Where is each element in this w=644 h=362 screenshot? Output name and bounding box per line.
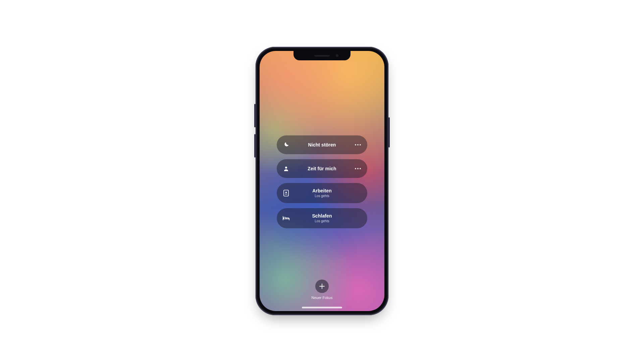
focus-item-personal[interactable]: Zeit für mich xyxy=(277,159,367,178)
front-camera xyxy=(336,54,338,57)
focus-item-sleep[interactable]: Schlafen Los gehts xyxy=(277,208,367,228)
svg-point-5 xyxy=(357,168,359,169)
phone-frame: Nicht stören Zeit für mich xyxy=(256,47,388,315)
phone-notch xyxy=(293,51,351,60)
svg-point-1 xyxy=(357,144,359,145)
person-icon xyxy=(277,166,296,172)
focus-list: Nicht stören Zeit für mich xyxy=(277,135,367,228)
focus-item-subtitle: Los gehts xyxy=(296,219,348,223)
moon-icon xyxy=(277,141,296,148)
svg-point-8 xyxy=(285,192,287,193)
stage: Nicht stören Zeit für mich xyxy=(0,0,644,362)
svg-point-4 xyxy=(355,168,356,169)
focus-item-more-button[interactable] xyxy=(348,144,367,146)
new-focus-button[interactable] xyxy=(315,280,329,293)
home-indicator[interactable] xyxy=(302,307,342,308)
new-focus-label: Neuer Fokus xyxy=(312,296,333,300)
new-focus: Neuer Fokus xyxy=(260,280,384,300)
phone-screen: Nicht stören Zeit für mich xyxy=(260,51,384,311)
plus-icon xyxy=(319,284,325,289)
svg-point-3 xyxy=(285,167,287,169)
focus-item-work[interactable]: Arbeiten Los gehts xyxy=(277,183,367,203)
focus-item-label: Arbeiten xyxy=(296,188,348,193)
speaker-grill xyxy=(314,55,330,57)
svg-rect-9 xyxy=(285,194,287,195)
focus-item-label: Nicht stören xyxy=(296,142,348,147)
bed-icon xyxy=(277,216,296,221)
badge-icon xyxy=(277,190,296,196)
svg-point-0 xyxy=(355,144,356,145)
focus-item-subtitle: Los gehts xyxy=(296,194,348,198)
svg-point-2 xyxy=(360,144,361,145)
focus-item-label: Zeit für mich xyxy=(296,166,348,171)
focus-item-do-not-disturb[interactable]: Nicht stören xyxy=(277,135,367,154)
svg-point-6 xyxy=(360,168,361,169)
focus-item-label: Schlafen xyxy=(296,213,348,219)
focus-item-more-button[interactable] xyxy=(348,168,367,170)
focus-overlay: Nicht stören Zeit für mich xyxy=(260,51,384,311)
